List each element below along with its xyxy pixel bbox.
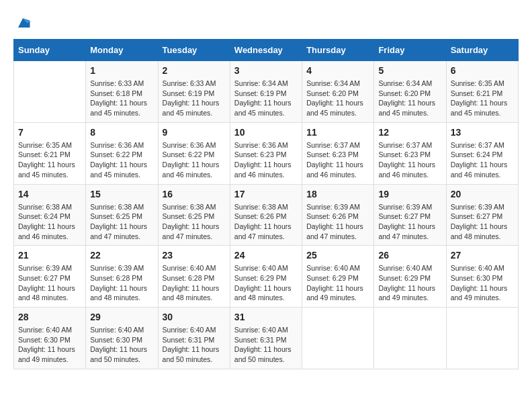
day-number: 27 — [451, 250, 514, 261]
calendar-cell: 29Sunrise: 6:40 AMSunset: 6:30 PMDayligh… — [86, 308, 158, 369]
day-info: Sunrise: 6:34 AMSunset: 6:19 PMDaylight:… — [234, 79, 298, 118]
day-info: Sunrise: 6:36 AMSunset: 6:23 PMDaylight:… — [234, 140, 298, 180]
day-number: 11 — [306, 127, 369, 138]
calendar-cell: 3Sunrise: 6:34 AMSunset: 6:19 PMDaylight… — [230, 61, 302, 123]
weekday-header: Friday — [374, 40, 446, 61]
calendar-cell: 23Sunrise: 6:40 AMSunset: 6:28 PMDayligh… — [158, 246, 230, 308]
weekday-header: Tuesday — [158, 40, 230, 61]
day-info: Sunrise: 6:40 AMSunset: 6:30 PMDaylight:… — [451, 263, 514, 303]
day-number: 24 — [234, 250, 298, 261]
day-info: Sunrise: 6:36 AMSunset: 6:22 PMDaylight:… — [163, 140, 226, 180]
day-number: 15 — [90, 189, 153, 199]
day-info: Sunrise: 6:37 AMSunset: 6:23 PMDaylight:… — [306, 140, 369, 180]
weekday-header: Thursday — [302, 40, 374, 61]
day-number: 26 — [378, 250, 441, 261]
day-number: 29 — [90, 312, 153, 322]
calendar-week-row: 14Sunrise: 6:38 AMSunset: 6:24 PMDayligh… — [14, 184, 519, 246]
calendar-cell: 11Sunrise: 6:37 AMSunset: 6:23 PMDayligh… — [302, 122, 374, 184]
calendar-cell: 8Sunrise: 6:36 AMSunset: 6:22 PMDaylight… — [86, 122, 158, 184]
day-info: Sunrise: 6:34 AMSunset: 6:20 PMDaylight:… — [378, 79, 441, 118]
calendar-cell: 5Sunrise: 6:34 AMSunset: 6:20 PMDaylight… — [374, 61, 446, 123]
day-info: Sunrise: 6:35 AMSunset: 6:21 PMDaylight:… — [18, 140, 81, 180]
day-number: 31 — [234, 312, 298, 322]
page-header — [13, 13, 519, 32]
day-number: 22 — [90, 250, 153, 261]
calendar-cell: 19Sunrise: 6:39 AMSunset: 6:27 PMDayligh… — [374, 184, 446, 246]
day-number: 5 — [378, 65, 441, 76]
day-info: Sunrise: 6:38 AMSunset: 6:25 PMDaylight:… — [163, 202, 226, 242]
calendar-cell: 18Sunrise: 6:39 AMSunset: 6:26 PMDayligh… — [302, 184, 374, 246]
day-info: Sunrise: 6:40 AMSunset: 6:31 PMDaylight:… — [163, 325, 226, 365]
day-info: Sunrise: 6:33 AMSunset: 6:19 PMDaylight:… — [163, 79, 226, 118]
day-number: 23 — [163, 250, 226, 261]
logo-icon — [13, 13, 32, 32]
calendar-week-row: 1Sunrise: 6:33 AMSunset: 6:18 PMDaylight… — [14, 61, 519, 123]
day-number: 2 — [163, 65, 226, 76]
day-number: 9 — [163, 127, 226, 138]
calendar-cell: 14Sunrise: 6:38 AMSunset: 6:24 PMDayligh… — [14, 184, 86, 246]
calendar-cell: 24Sunrise: 6:40 AMSunset: 6:29 PMDayligh… — [230, 246, 302, 308]
calendar-cell: 30Sunrise: 6:40 AMSunset: 6:31 PMDayligh… — [158, 308, 230, 369]
day-number: 12 — [378, 127, 441, 138]
day-info: Sunrise: 6:39 AMSunset: 6:26 PMDaylight:… — [306, 202, 369, 242]
day-info: Sunrise: 6:35 AMSunset: 6:21 PMDaylight:… — [451, 79, 514, 118]
day-info: Sunrise: 6:38 AMSunset: 6:24 PMDaylight:… — [18, 202, 81, 242]
day-info: Sunrise: 6:39 AMSunset: 6:27 PMDaylight:… — [451, 202, 514, 242]
calendar-week-row: 28Sunrise: 6:40 AMSunset: 6:30 PMDayligh… — [14, 308, 519, 369]
calendar-cell: 10Sunrise: 6:36 AMSunset: 6:23 PMDayligh… — [230, 122, 302, 184]
day-number: 14 — [18, 189, 81, 199]
day-info: Sunrise: 6:38 AMSunset: 6:26 PMDaylight:… — [234, 202, 298, 242]
day-info: Sunrise: 6:38 AMSunset: 6:25 PMDaylight:… — [90, 202, 153, 242]
day-number: 19 — [378, 189, 441, 199]
day-info: Sunrise: 6:39 AMSunset: 6:27 PMDaylight:… — [18, 263, 81, 303]
day-number: 30 — [163, 312, 226, 322]
day-info: Sunrise: 6:33 AMSunset: 6:18 PMDaylight:… — [90, 79, 153, 118]
day-number: 1 — [90, 65, 153, 76]
day-info: Sunrise: 6:34 AMSunset: 6:20 PMDaylight:… — [306, 79, 369, 118]
day-number: 6 — [451, 65, 514, 76]
day-number: 17 — [234, 189, 298, 199]
day-info: Sunrise: 6:40 AMSunset: 6:31 PMDaylight:… — [234, 325, 298, 365]
calendar-cell: 13Sunrise: 6:37 AMSunset: 6:24 PMDayligh… — [446, 122, 518, 184]
day-info: Sunrise: 6:40 AMSunset: 6:28 PMDaylight:… — [163, 263, 226, 303]
day-number: 8 — [90, 127, 153, 138]
calendar-cell: 6Sunrise: 6:35 AMSunset: 6:21 PMDaylight… — [446, 61, 518, 123]
day-number: 16 — [163, 189, 226, 199]
day-number: 4 — [306, 65, 369, 76]
calendar-cell — [302, 308, 374, 369]
calendar-cell: 25Sunrise: 6:40 AMSunset: 6:29 PMDayligh… — [302, 246, 374, 308]
day-info: Sunrise: 6:40 AMSunset: 6:29 PMDaylight:… — [378, 263, 441, 303]
calendar-cell: 27Sunrise: 6:40 AMSunset: 6:30 PMDayligh… — [446, 246, 518, 308]
calendar-cell: 28Sunrise: 6:40 AMSunset: 6:30 PMDayligh… — [14, 308, 86, 369]
day-number: 18 — [306, 189, 369, 199]
calendar-cell — [374, 308, 446, 369]
calendar-cell: 22Sunrise: 6:39 AMSunset: 6:28 PMDayligh… — [86, 246, 158, 308]
weekday-header: Sunday — [14, 40, 86, 61]
calendar-cell — [446, 308, 518, 369]
day-info: Sunrise: 6:36 AMSunset: 6:22 PMDaylight:… — [90, 140, 153, 180]
calendar-week-row: 7Sunrise: 6:35 AMSunset: 6:21 PMDaylight… — [14, 122, 519, 184]
calendar-cell: 1Sunrise: 6:33 AMSunset: 6:18 PMDaylight… — [86, 61, 158, 123]
calendar-cell: 20Sunrise: 6:39 AMSunset: 6:27 PMDayligh… — [446, 184, 518, 246]
day-info: Sunrise: 6:39 AMSunset: 6:28 PMDaylight:… — [90, 263, 153, 303]
weekday-header: Saturday — [446, 40, 518, 61]
calendar-cell: 31Sunrise: 6:40 AMSunset: 6:31 PMDayligh… — [230, 308, 302, 369]
calendar-cell: 15Sunrise: 6:38 AMSunset: 6:25 PMDayligh… — [86, 184, 158, 246]
weekday-header: Monday — [86, 40, 158, 61]
day-number: 28 — [18, 312, 81, 322]
day-info: Sunrise: 6:40 AMSunset: 6:30 PMDaylight:… — [90, 325, 153, 365]
calendar-cell: 12Sunrise: 6:37 AMSunset: 6:23 PMDayligh… — [374, 122, 446, 184]
calendar-cell: 2Sunrise: 6:33 AMSunset: 6:19 PMDaylight… — [158, 61, 230, 123]
svg-marker-0 — [18, 18, 30, 28]
calendar-cell: 7Sunrise: 6:35 AMSunset: 6:21 PMDaylight… — [14, 122, 86, 184]
day-info: Sunrise: 6:40 AMSunset: 6:29 PMDaylight:… — [306, 263, 369, 303]
day-info: Sunrise: 6:37 AMSunset: 6:24 PMDaylight:… — [451, 140, 514, 180]
calendar-week-row: 21Sunrise: 6:39 AMSunset: 6:27 PMDayligh… — [14, 246, 519, 308]
weekday-header: Wednesday — [230, 40, 302, 61]
day-number: 7 — [18, 127, 81, 138]
day-info: Sunrise: 6:39 AMSunset: 6:27 PMDaylight:… — [378, 202, 441, 242]
day-number: 25 — [306, 250, 369, 261]
calendar-cell: 4Sunrise: 6:34 AMSunset: 6:20 PMDaylight… — [302, 61, 374, 123]
day-number: 20 — [451, 189, 514, 199]
calendar-cell: 16Sunrise: 6:38 AMSunset: 6:25 PMDayligh… — [158, 184, 230, 246]
